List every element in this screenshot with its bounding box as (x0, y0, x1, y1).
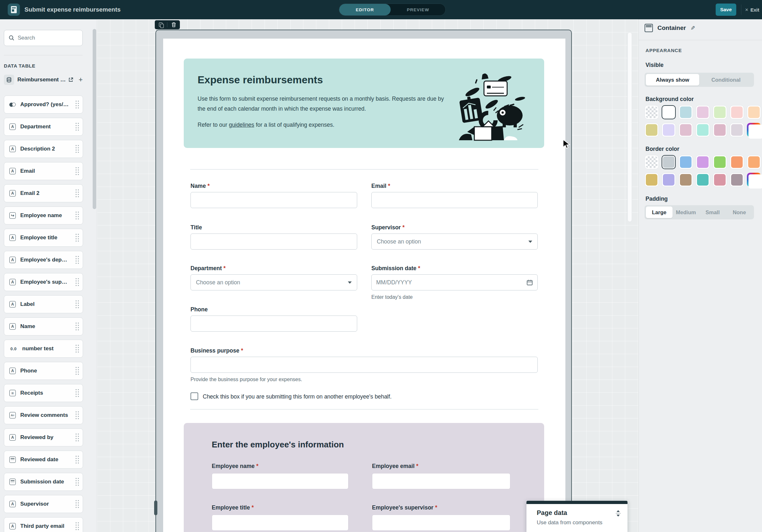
phone-input[interactable] (190, 315, 357, 332)
department-select[interactable]: Choose an option (190, 274, 357, 291)
title-input[interactable] (190, 233, 357, 250)
name-input[interactable] (190, 192, 357, 208)
swatch-color[interactable] (713, 123, 727, 137)
selected-page-container[interactable]: Expense reimbursements Use this form to … (155, 30, 572, 532)
swatch-color[interactable] (679, 155, 693, 169)
drag-handle-icon[interactable] (75, 388, 79, 398)
drag-handle-icon[interactable] (75, 122, 79, 131)
calendar-icon[interactable] (526, 279, 533, 286)
field-item-receipts[interactable]: Receipts (4, 384, 83, 402)
field-item-email[interactable]: Email (4, 162, 83, 180)
drag-handle-icon[interactable] (75, 233, 79, 242)
expand-panel-icon[interactable] (615, 510, 621, 517)
guidelines-link[interactable]: guidelines (229, 122, 254, 128)
tab-editor[interactable]: EDITOR (339, 4, 391, 16)
sidebar-scrollbar[interactable] (93, 29, 96, 209)
swatch-color[interactable] (730, 173, 744, 187)
drag-handle-icon[interactable] (75, 522, 79, 531)
padding-option-small[interactable]: Small (699, 207, 726, 218)
swatch-color[interactable] (713, 105, 727, 119)
swatch-color[interactable] (747, 105, 761, 119)
swatch-color[interactable] (679, 173, 693, 187)
swatch-color[interactable] (645, 123, 659, 137)
swatch-color[interactable] (713, 173, 727, 187)
add-field-button[interactable]: + (79, 77, 83, 83)
swatch-color[interactable] (661, 173, 676, 187)
drag-handle-icon[interactable] (75, 366, 79, 375)
swatch-color[interactable] (696, 105, 710, 119)
field-item-employees-sup[interactable]: Employee's sup… (4, 273, 83, 291)
data-table-row[interactable]: Reimbursement … + (4, 75, 83, 85)
supervisor-select[interactable]: Choose an option (371, 233, 538, 250)
swatch-custom-color[interactable] (747, 173, 761, 187)
form-divider[interactable] (190, 409, 538, 410)
form-header-block[interactable]: Expense reimbursements Use this form to … (184, 58, 544, 148)
drag-handle-icon[interactable] (75, 344, 79, 353)
field-item-number-test[interactable]: number test (4, 340, 83, 358)
swatch-color[interactable] (696, 173, 710, 187)
form-divider[interactable] (190, 169, 538, 169)
employee-title-input[interactable] (212, 515, 348, 531)
field-item-approved[interactable]: Approved? (yes/… (4, 96, 83, 113)
swatch-color[interactable] (713, 155, 727, 169)
submission-date-input[interactable]: MM/DD/YYYY (371, 274, 538, 291)
drag-handle-icon[interactable] (75, 144, 79, 154)
swatch-color[interactable] (696, 155, 710, 169)
field-item-email2[interactable]: Email 2 (4, 184, 83, 202)
employee-email-input[interactable] (372, 473, 510, 489)
swatch-gray-selected[interactable] (661, 155, 676, 169)
swatch-transparent[interactable] (645, 105, 659, 119)
field-item-phone[interactable]: Phone (4, 362, 83, 380)
swatch-color[interactable] (645, 173, 659, 187)
swatch-color[interactable] (679, 105, 693, 119)
resize-handle[interactable] (154, 500, 157, 515)
drag-handle-icon[interactable] (75, 211, 79, 220)
padding-option-none[interactable]: None (726, 207, 753, 218)
app-logo-icon[interactable] (8, 4, 20, 16)
swatch-custom-color[interactable] (747, 123, 761, 137)
page-data-header-strip[interactable] (526, 501, 628, 504)
employee-info-block[interactable]: Enter the employee's information Employe… (184, 423, 544, 532)
drag-handle-icon[interactable] (75, 189, 79, 198)
swatch-white-selected[interactable] (661, 105, 676, 119)
drag-handle-icon[interactable] (75, 322, 79, 331)
field-item-employee-name[interactable]: Employee name (4, 207, 83, 225)
swatch-color[interactable] (730, 105, 744, 119)
email-input[interactable] (371, 192, 538, 208)
visible-option-conditional[interactable]: Conditional (699, 74, 753, 86)
field-item-name[interactable]: Name (4, 317, 83, 335)
drag-handle-icon[interactable] (75, 477, 79, 486)
drag-handle-icon[interactable] (75, 100, 79, 109)
field-item-employees-dep[interactable]: Employee's dep… (4, 251, 83, 269)
page-data-panel[interactable]: Page data Use data from components (526, 501, 628, 532)
field-item-description2[interactable]: Description 2 (4, 140, 83, 158)
employee-supervisor-input[interactable] (372, 515, 510, 531)
behalf-checkbox[interactable] (190, 392, 198, 400)
form-container[interactable]: Expense reimbursements Use this form to … (163, 38, 566, 532)
save-button[interactable]: Save (716, 4, 736, 16)
tab-preview[interactable]: PREVIEW (391, 4, 445, 16)
drag-handle-icon[interactable] (75, 499, 79, 508)
field-item-department[interactable]: Department (4, 118, 83, 136)
swatch-color[interactable] (679, 123, 693, 137)
field-item-label[interactable]: Label (4, 295, 83, 313)
canvas-scrollbar[interactable] (628, 32, 632, 222)
field-item-employee-title[interactable]: Employee title (4, 229, 83, 247)
employee-name-input[interactable] (212, 473, 348, 489)
field-item-reviewed-date[interactable]: Reviewed date (4, 451, 83, 469)
drag-handle-icon[interactable] (75, 278, 79, 287)
trash-icon[interactable] (172, 22, 176, 27)
exit-button[interactable]: ✕ Exit (745, 0, 759, 19)
swatch-color[interactable] (747, 155, 761, 169)
business-purpose-input[interactable] (190, 357, 538, 373)
field-item-submission-date[interactable]: Submission date (4, 473, 83, 491)
swatch-color[interactable] (661, 123, 676, 137)
padding-option-large[interactable]: Large (646, 207, 672, 218)
visible-option-always-show[interactable]: Always show (646, 74, 699, 86)
drag-handle-icon[interactable] (75, 433, 79, 442)
drag-handle-icon[interactable] (75, 300, 79, 309)
field-item-third-party-email[interactable]: Third party email (4, 517, 83, 532)
swatch-color[interactable] (730, 123, 744, 137)
field-item-supervisor[interactable]: Supervisor (4, 495, 83, 513)
field-item-review-comments[interactable]: Review comments (4, 406, 83, 424)
